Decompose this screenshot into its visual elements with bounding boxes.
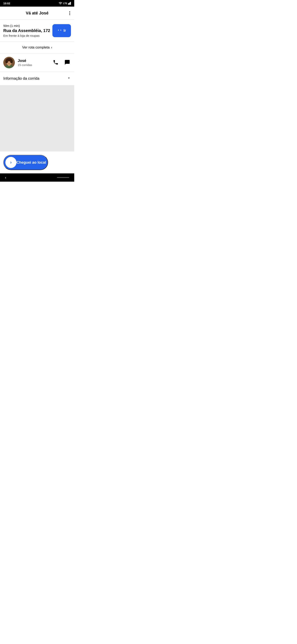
full-route-arrow-icon: › bbox=[51, 46, 52, 50]
svg-point-12 bbox=[10, 62, 11, 62]
header: Vá até José bbox=[0, 6, 74, 20]
message-button[interactable] bbox=[63, 58, 71, 67]
ride-info-title: Informação da corrida bbox=[3, 76, 39, 81]
status-bar: 10:02 LTE bbox=[0, 0, 74, 6]
arrived-button[interactable]: › Cheguei ao local bbox=[3, 155, 48, 170]
dot3 bbox=[69, 14, 70, 15]
route-landmark: Em frente à loja de roupas bbox=[3, 34, 52, 37]
message-icon bbox=[64, 60, 70, 65]
back-icon[interactable]: ‹ bbox=[5, 176, 6, 180]
dot1 bbox=[69, 11, 70, 12]
status-time: 10:02 bbox=[3, 2, 10, 5]
svg-rect-2 bbox=[69, 2, 70, 5]
passenger-name: José bbox=[18, 58, 49, 63]
passenger-actions bbox=[52, 58, 71, 67]
passenger-rides: 15 corridas bbox=[18, 63, 49, 67]
svg-rect-3 bbox=[70, 2, 71, 5]
full-route-section[interactable]: Ver rota completa › bbox=[0, 42, 74, 54]
svg-point-9 bbox=[5, 59, 8, 63]
full-route-label: Ver rota completa bbox=[22, 46, 50, 50]
chevron-down-icon bbox=[67, 76, 71, 81]
nav-bar: ‹ bbox=[0, 174, 74, 182]
status-icons: LTE bbox=[58, 2, 71, 5]
route-info: 50m (1 min) Rua da Assembléia, 172 Em fr… bbox=[3, 24, 52, 37]
svg-rect-1 bbox=[69, 3, 69, 5]
passenger-details: José 15 corridas bbox=[18, 58, 49, 67]
call-button[interactable] bbox=[52, 58, 59, 67]
cta-arrow-icon: › bbox=[10, 160, 11, 165]
go-button-label: Ir bbox=[63, 28, 66, 33]
route-address: Rua da Assembléia, 172 bbox=[3, 28, 52, 33]
route-section: 50m (1 min) Rua da Assembléia, 172 Em fr… bbox=[0, 20, 74, 42]
cta-circle: › bbox=[5, 157, 16, 168]
home-indicator bbox=[57, 177, 69, 178]
passenger-section: José 15 corridas bbox=[0, 54, 74, 72]
dot2 bbox=[69, 13, 70, 14]
go-button-icon bbox=[57, 28, 62, 34]
svg-rect-0 bbox=[68, 3, 69, 5]
route-duration: 50m (1 min) bbox=[3, 24, 52, 28]
phone-icon bbox=[53, 60, 58, 65]
page-title: Vá até José bbox=[26, 11, 48, 16]
svg-point-11 bbox=[7, 62, 8, 62]
avatar bbox=[3, 57, 15, 68]
wifi-icon bbox=[58, 2, 62, 5]
lte-label: LTE bbox=[63, 2, 67, 4]
signal-icon bbox=[68, 2, 71, 5]
ride-info-section[interactable]: Informação da corrida bbox=[0, 72, 74, 86]
map-area bbox=[0, 86, 74, 152]
go-button[interactable]: Ir bbox=[52, 24, 71, 37]
more-options-button[interactable] bbox=[68, 10, 71, 16]
arrived-label: Cheguei ao local bbox=[16, 160, 46, 165]
svg-point-10 bbox=[10, 59, 13, 63]
